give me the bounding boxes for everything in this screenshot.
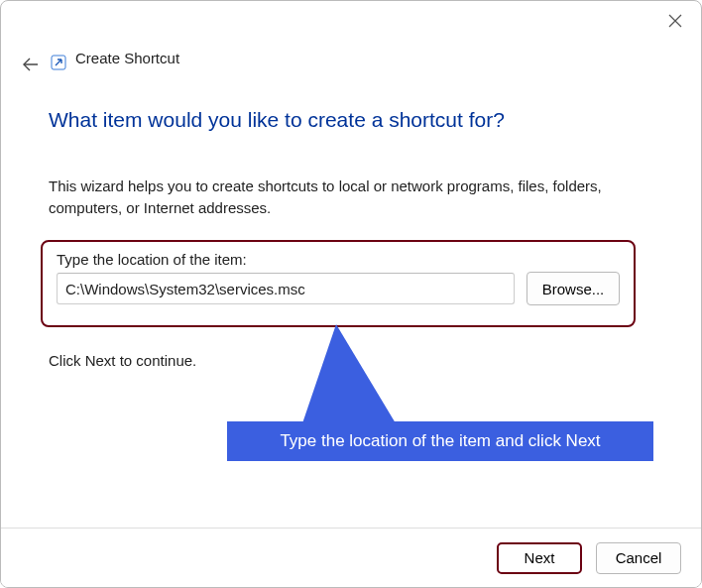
location-input[interactable] bbox=[57, 273, 515, 304]
annotation-arrow bbox=[302, 324, 396, 423]
wizard-description: This wizard helps you to create shortcut… bbox=[49, 176, 653, 219]
shortcut-icon bbox=[51, 55, 66, 70]
close-button[interactable] bbox=[665, 11, 685, 31]
page-title: Create Shortcut bbox=[75, 50, 179, 66]
close-icon bbox=[668, 14, 682, 28]
location-highlight: Type the location of the item: Browse... bbox=[41, 240, 636, 327]
cancel-button[interactable]: Cancel bbox=[596, 542, 681, 574]
annotation-callout: Type the location of the item and click … bbox=[227, 421, 653, 461]
wizard-heading: What item would you like to create a sho… bbox=[49, 108, 505, 132]
back-button[interactable] bbox=[19, 53, 43, 76]
location-label: Type the location of the item: bbox=[57, 251, 620, 268]
next-button[interactable]: Next bbox=[497, 542, 582, 574]
continue-hint: Click Next to continue. bbox=[49, 352, 196, 369]
back-arrow-icon bbox=[21, 55, 41, 74]
browse-button[interactable]: Browse... bbox=[526, 272, 620, 305]
footer-bar: Next Cancel bbox=[1, 528, 701, 587]
